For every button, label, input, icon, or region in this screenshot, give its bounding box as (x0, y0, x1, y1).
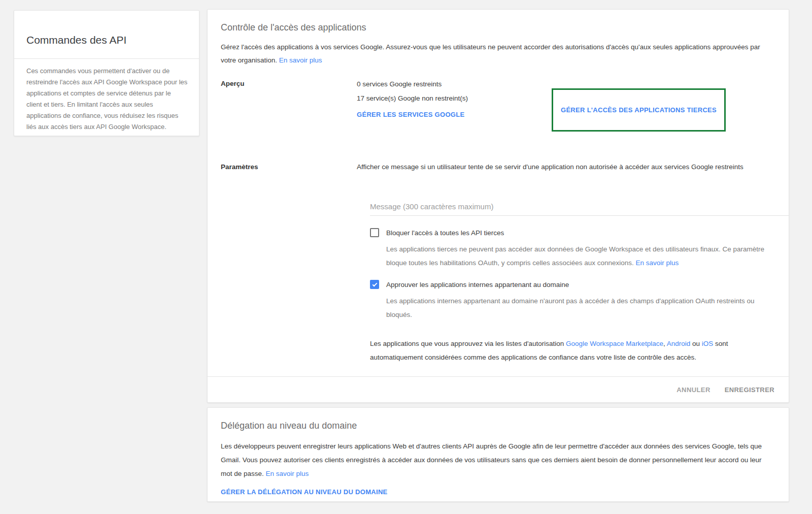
block-third-party-checkbox[interactable] (370, 228, 379, 237)
app-access-control-card: Contrôle de l'accès des applications Gér… (207, 9, 789, 403)
note-text: ou (690, 340, 702, 347)
manage-third-party-access-link[interactable]: GÉRER L'ACCÈS DES APPLICATIONS TIERCES (561, 106, 717, 114)
annotation-highlight-box: GÉRER L'ACCÈS DES APPLICATIONS TIERCES (552, 88, 726, 132)
description-text: Les applications tierces ne peuvent pas … (386, 245, 764, 267)
trust-internal-apps-label: Approuver les applications internes appa… (386, 280, 569, 289)
learn-more-link[interactable]: En savoir plus (279, 56, 322, 64)
learn-more-link[interactable]: En savoir plus (636, 259, 679, 267)
note-text: Les applications que vous approuvez via … (370, 340, 566, 347)
blocked-app-message-input[interactable] (370, 202, 789, 216)
settings-display-message-text: Afficher ce message si un utilisateur te… (357, 163, 743, 171)
settings-label: Paramètres (221, 163, 357, 171)
block-third-party-group: Bloquer l'accès à toutes les API tierces… (370, 228, 774, 270)
domain-delegation-title: Délégation au niveau du domaine (221, 421, 774, 431)
block-third-party-description: Les applications tierces ne peuvent pas … (386, 242, 774, 270)
ios-link[interactable]: iOS (702, 340, 714, 347)
domain-delegation-card: Délégation au niveau du domaine Les déve… (207, 407, 789, 502)
restricted-services-count: 0 services Google restreints (357, 80, 468, 88)
manage-domain-delegation-link[interactable]: GÉRER LA DÉLÉGATION AU NIVEAU DU DOMAINE (221, 488, 388, 496)
note-text: , (663, 340, 667, 347)
settings-row: Paramètres Afficher ce message si un uti… (221, 163, 774, 171)
save-button[interactable]: ENREGISTRER (720, 382, 780, 398)
app-access-control-title: Contrôle de l'accès des applications (221, 22, 774, 33)
manage-google-services-link[interactable]: GÉRER LES SERVICES GOOGLE (357, 111, 464, 118)
form-footer: ANNULER ENREGISTRER (208, 376, 789, 402)
learn-more-link[interactable]: En savoir plus (266, 470, 309, 477)
cancel-button[interactable]: ANNULER (671, 382, 715, 398)
android-link[interactable]: Android (667, 340, 691, 347)
check-icon (373, 282, 378, 287)
app-access-control-description: Gérez l'accès des applications à vos ser… (221, 41, 774, 67)
trust-internal-apps-checkbox[interactable] (370, 280, 379, 289)
workspace-marketplace-link[interactable]: Google Workspace Marketplace (566, 340, 663, 347)
domain-delegation-description: Les développeurs peuvent enregistrer leu… (221, 439, 774, 480)
api-controls-summary-card: Commandes des API Ces commandes vous per… (14, 10, 199, 136)
api-controls-title: Commandes des API (14, 11, 199, 58)
api-controls-description: Ces commandes vous permettent d'activer … (14, 59, 199, 139)
trust-internal-apps-description: Les applications internes appartenant au… (386, 294, 774, 322)
block-third-party-label: Bloquer l'accès à toutes les API tierces (386, 229, 504, 237)
trust-internal-apps-group: Approuver les applications internes appa… (370, 280, 774, 322)
unrestricted-services-count: 17 service(s) Google non restreint(s) (357, 94, 468, 103)
allowlist-note: Les applications que vous approuvez via … (370, 337, 772, 364)
overview-label: Aperçu (221, 80, 357, 118)
